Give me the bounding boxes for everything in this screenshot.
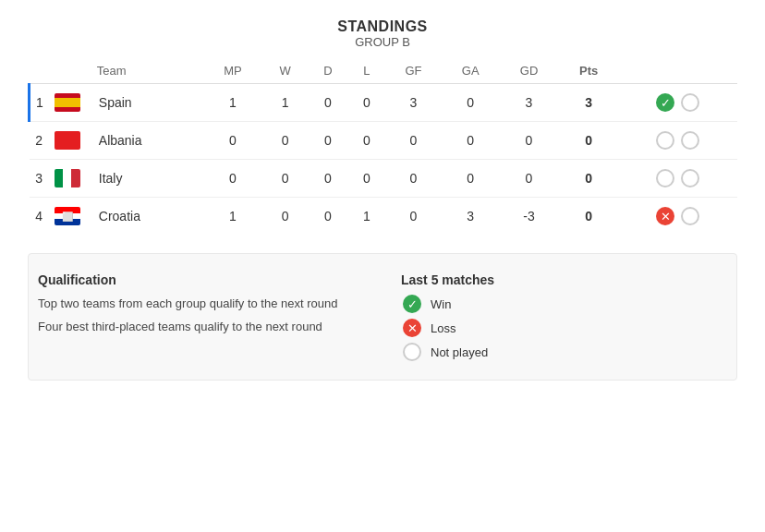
team-name-cell: Croatia bbox=[93, 198, 203, 236]
standings-container: STANDINGS GROUP B Team MP W D L GF GA GD… bbox=[28, 18, 737, 381]
loss-legend-label: Loss bbox=[431, 321, 455, 335]
table-header-row: Team MP W D L GF GA GD Pts bbox=[30, 58, 738, 84]
table-row: 2 Albania 0 0 0 0 0 0 0 0 bbox=[30, 122, 738, 160]
win-legend-label: Win bbox=[431, 297, 451, 311]
loss-legend-item: ✕ Loss bbox=[401, 319, 727, 337]
qualification-legend: Qualification Top two teams from each gr… bbox=[38, 272, 364, 361]
mp-cell: 1 bbox=[203, 198, 262, 236]
last5-legend: Last 5 matches ✓ Win ✕ Loss Not played bbox=[401, 272, 727, 361]
mp-header: MP bbox=[203, 58, 262, 84]
w-cell: 0 bbox=[262, 122, 308, 160]
l-cell: 1 bbox=[348, 198, 385, 236]
rank-cell: 4 bbox=[30, 198, 49, 236]
l-header: L bbox=[348, 58, 385, 84]
d-cell: 0 bbox=[308, 160, 347, 198]
win-legend-icon: ✓ bbox=[403, 295, 421, 313]
standings-subtitle: GROUP B bbox=[28, 35, 737, 49]
w-cell: 0 bbox=[262, 198, 308, 236]
win-legend-item: ✓ Win bbox=[401, 295, 727, 313]
team-flag bbox=[55, 169, 80, 187]
loss-icon: ✕ bbox=[656, 207, 674, 225]
table-row: 3 Italy 0 0 0 0 0 0 0 0 bbox=[30, 160, 738, 198]
rank-cell: 1 bbox=[30, 84, 49, 122]
pts-cell: 3 bbox=[559, 84, 619, 122]
last5-title: Last 5 matches bbox=[401, 272, 727, 287]
results-cell: ✓ bbox=[619, 84, 737, 122]
pts-cell: 0 bbox=[559, 160, 619, 198]
team-name-cell: Italy bbox=[93, 160, 203, 198]
ga-cell: 0 bbox=[442, 84, 500, 122]
pts-cell: 0 bbox=[559, 122, 619, 160]
rank-cell: 3 bbox=[30, 160, 49, 198]
l-cell: 0 bbox=[348, 84, 385, 122]
team-header: Team bbox=[93, 58, 203, 84]
not-played-legend-icon bbox=[403, 343, 421, 361]
ga-cell: 0 bbox=[442, 122, 500, 160]
standings-title: STANDINGS bbox=[28, 18, 737, 35]
team-name-cell: Albania bbox=[93, 122, 203, 160]
qualification-title: Qualification bbox=[38, 272, 364, 287]
gf-cell: 0 bbox=[385, 122, 442, 160]
not-played-icon bbox=[681, 93, 699, 112]
gf-cell: 3 bbox=[385, 84, 442, 122]
gd-cell: -3 bbox=[500, 198, 559, 236]
rank-cell: 2 bbox=[30, 122, 49, 160]
w-cell: 0 bbox=[262, 160, 308, 198]
flag-cell bbox=[49, 198, 93, 236]
win-icon: ✓ bbox=[656, 93, 674, 112]
mp-cell: 0 bbox=[203, 122, 262, 160]
not-played-icon bbox=[656, 131, 674, 150]
table-row: 4 Croatia 1 0 0 1 0 3 -3 0 ✕ bbox=[30, 198, 738, 236]
flag-cell bbox=[49, 84, 93, 122]
team-flag bbox=[55, 207, 80, 225]
team-flag bbox=[55, 93, 80, 112]
gf-header: GF bbox=[385, 58, 442, 84]
ga-cell: 0 bbox=[442, 160, 500, 198]
ga-header: GA bbox=[442, 58, 500, 84]
pts-header: Pts bbox=[559, 58, 619, 84]
d-header: D bbox=[308, 58, 347, 84]
last5-items: ✓ Win ✕ Loss Not played bbox=[401, 295, 727, 361]
pts-cell: 0 bbox=[559, 198, 619, 236]
gf-cell: 0 bbox=[385, 198, 442, 236]
mp-cell: 0 bbox=[203, 160, 262, 198]
legend-section: Qualification Top two teams from each gr… bbox=[28, 253, 737, 381]
l-cell: 0 bbox=[348, 122, 385, 160]
d-cell: 0 bbox=[308, 122, 347, 160]
ga-cell: 3 bbox=[442, 198, 500, 236]
last5-header bbox=[619, 58, 737, 84]
results-cell bbox=[619, 160, 737, 198]
flag-cell bbox=[49, 122, 93, 160]
not-played-icon bbox=[681, 207, 699, 225]
loss-legend-icon: ✕ bbox=[403, 319, 421, 337]
standings-table: Team MP W D L GF GA GD Pts 1 Spain 1 1 0… bbox=[28, 58, 737, 235]
flag-header bbox=[49, 58, 93, 84]
team-name-cell: Spain bbox=[93, 84, 203, 122]
not-played-icon bbox=[681, 131, 699, 150]
not-played-legend-label: Not played bbox=[431, 345, 488, 359]
l-cell: 0 bbox=[348, 160, 385, 198]
gd-cell: 0 bbox=[500, 160, 559, 198]
not-played-icon bbox=[681, 169, 699, 187]
qualification-lines: Top two teams from each group qualify to… bbox=[38, 295, 364, 337]
flag-cell bbox=[49, 160, 93, 198]
rank-header bbox=[30, 58, 49, 84]
gf-cell: 0 bbox=[385, 160, 442, 198]
table-row: 1 Spain 1 1 0 0 3 0 3 3 ✓ bbox=[30, 84, 738, 122]
w-cell: 1 bbox=[262, 84, 308, 122]
d-cell: 0 bbox=[308, 198, 347, 236]
not-played-icon bbox=[656, 169, 674, 187]
standings-header: STANDINGS GROUP B bbox=[28, 18, 737, 49]
gd-cell: 3 bbox=[500, 84, 559, 122]
gd-header: GD bbox=[500, 58, 559, 84]
results-cell bbox=[619, 122, 737, 160]
results-cell: ✕ bbox=[619, 198, 737, 236]
mp-cell: 1 bbox=[203, 84, 262, 122]
team-flag bbox=[55, 131, 80, 150]
not-played-legend-item: Not played bbox=[401, 343, 727, 361]
d-cell: 0 bbox=[308, 84, 347, 122]
gd-cell: 0 bbox=[500, 122, 559, 160]
w-header: W bbox=[262, 58, 308, 84]
